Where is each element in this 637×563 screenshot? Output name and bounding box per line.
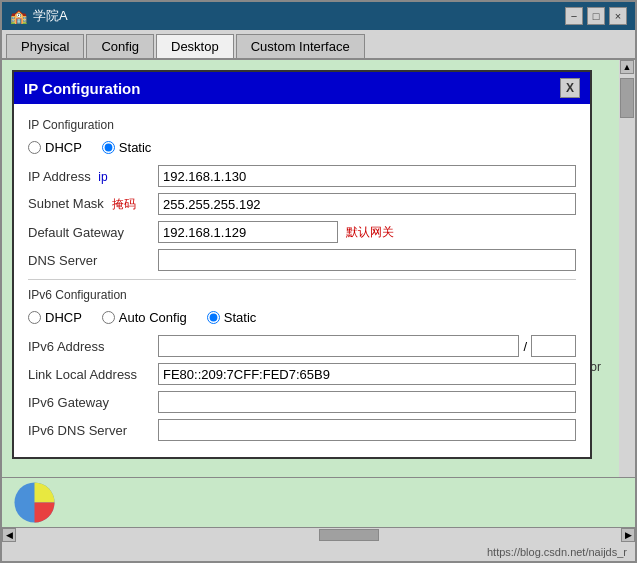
ipv6-static-option[interactable]: Static — [207, 310, 257, 325]
dns-server-label: DNS Server — [28, 253, 158, 268]
maximize-button[interactable]: □ — [587, 7, 605, 25]
tab-config[interactable]: Config — [86, 34, 154, 58]
tab-desktop[interactable]: Desktop — [156, 34, 234, 58]
minimize-button[interactable]: − — [565, 7, 583, 25]
default-gateway-input[interactable] — [158, 221, 338, 243]
scroll-thumb[interactable] — [620, 78, 634, 118]
default-gateway-label: Default Gateway — [28, 225, 158, 240]
title-bar-controls: − □ × — [565, 7, 627, 25]
ipv6-static-label: Static — [224, 310, 257, 325]
title-bar-left: 🏫 学院A — [10, 7, 68, 25]
ipv4-mode-row: DHCP Static — [28, 140, 576, 155]
link-local-label: Link Local Address — [28, 367, 158, 382]
ipv6-dhcp-radio[interactable] — [28, 311, 41, 324]
dns-server-row: DNS Server — [28, 249, 576, 271]
tab-bar: Physical Config Desktop Custom Interface — [2, 30, 635, 60]
ipv6-autoconfig-radio[interactable] — [102, 311, 115, 324]
link-local-row: Link Local Address — [28, 363, 576, 385]
window-icon: 🏫 — [10, 8, 27, 24]
status-url: https://blog.csdn.net/naijds_r — [487, 546, 627, 558]
static-label: Static — [119, 140, 152, 155]
dns-server-input[interactable] — [158, 249, 576, 271]
ipv6-dns-row: IPv6 DNS Server — [28, 419, 576, 441]
ipv6-dhcp-option[interactable]: DHCP — [28, 310, 82, 325]
ipv6-gateway-input[interactable] — [158, 391, 576, 413]
ipv6-address-input[interactable] — [158, 335, 519, 357]
ipv6-mode-row: DHCP Auto Config Static — [28, 310, 576, 325]
ipv6-dns-label: IPv6 DNS Server — [28, 423, 158, 438]
ip-config-dialog: IP Configuration X IP Configuration DHCP — [12, 70, 592, 459]
link-local-input[interactable] — [158, 363, 576, 385]
horizontal-scrollbar[interactable]: ◀ ▶ — [2, 527, 635, 541]
subnet-mask-input[interactable] — [158, 193, 576, 215]
ipv6-autoconfig-label: Auto Config — [119, 310, 187, 325]
ipv6-address-row: IPv6 Address / — [28, 335, 576, 357]
dhcp-option[interactable]: DHCP — [28, 140, 82, 155]
default-gateway-row: Default Gateway 默认网关 — [28, 221, 576, 243]
title-bar: 🏫 学院A − □ × — [2, 2, 635, 30]
static-option[interactable]: Static — [102, 140, 152, 155]
ip-address-row: IP Address ip — [28, 165, 576, 187]
dialog-close-button[interactable]: X — [560, 78, 580, 98]
window-title: 学院A — [33, 7, 68, 25]
section-divider — [28, 279, 576, 280]
subnet-mask-row: Subnet Mask 掩码 — [28, 193, 576, 215]
scroll-up-arrow[interactable]: ▲ — [620, 60, 634, 74]
ip-address-label: IP Address ip — [28, 169, 158, 184]
ipv6-dhcp-label: DHCP — [45, 310, 82, 325]
dhcp-radio[interactable] — [28, 141, 41, 154]
ipv6-gateway-label: IPv6 Gateway — [28, 395, 158, 410]
bottom-bar — [2, 477, 635, 527]
ipv6-address-label: IPv6 Address — [28, 339, 158, 354]
ipv6-static-radio[interactable] — [207, 311, 220, 324]
ip-address-input[interactable] — [158, 165, 576, 187]
static-radio[interactable] — [102, 141, 115, 154]
tab-physical[interactable]: Physical — [6, 34, 84, 58]
ipv6-section-title: IPv6 Configuration — [28, 288, 576, 302]
dialog-body: IP Configuration DHCP Static — [14, 104, 590, 457]
main-window: 🏫 学院A − □ × Physical Config Desktop Cust… — [0, 0, 637, 563]
ip-annotation: ip — [98, 170, 107, 184]
subnet-mask-label: Subnet Mask 掩码 — [28, 196, 158, 213]
dialog-title: IP Configuration — [24, 80, 140, 97]
ipv6-gateway-row: IPv6 Gateway — [28, 391, 576, 413]
right-scrollbar[interactable]: ▲ — [619, 60, 635, 477]
or-label: or — [590, 360, 601, 374]
scroll-h-track[interactable] — [16, 528, 621, 542]
ipv6-prefix-input[interactable] — [531, 335, 576, 357]
ipv6-dns-input[interactable] — [158, 419, 576, 441]
dialog-title-bar: IP Configuration X — [14, 72, 590, 104]
main-content: IP Configuration X IP Configuration DHCP — [2, 60, 635, 477]
ipv4-section-title: IP Configuration — [28, 118, 576, 132]
scroll-left-arrow[interactable]: ◀ — [2, 528, 16, 542]
scroll-h-thumb[interactable] — [319, 529, 379, 541]
gateway-annotation: 默认网关 — [346, 224, 394, 241]
ipv6-slash: / — [523, 339, 527, 354]
close-window-button[interactable]: × — [609, 7, 627, 25]
content-area: IP Configuration X IP Configuration DHCP — [2, 60, 619, 477]
mask-annotation: 掩码 — [112, 197, 136, 211]
dhcp-label: DHCP — [45, 140, 82, 155]
status-bar: https://blog.csdn.net/naijds_r — [2, 541, 635, 561]
tab-custom-interface[interactable]: Custom Interface — [236, 34, 365, 58]
pie-chart — [12, 480, 57, 525]
ipv6-autoconfig-option[interactable]: Auto Config — [102, 310, 187, 325]
scroll-right-arrow[interactable]: ▶ — [621, 528, 635, 542]
